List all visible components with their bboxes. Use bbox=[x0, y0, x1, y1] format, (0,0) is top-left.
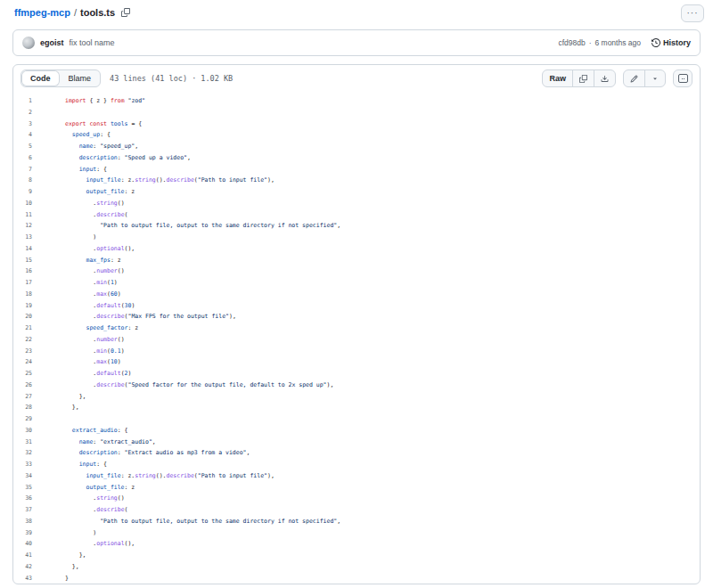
code-line: 25 .default(2) bbox=[13, 368, 700, 380]
code-line: 18 .max(60) bbox=[13, 289, 700, 300]
line-number[interactable]: 9 bbox=[13, 186, 51, 198]
symbols-panel-button[interactable] bbox=[673, 69, 693, 87]
code-line-content bbox=[51, 413, 65, 425]
line-number[interactable]: 20 bbox=[13, 311, 51, 323]
breadcrumb-repo-link[interactable]: ffmpeg-mcp bbox=[14, 7, 70, 18]
code-line: 36 .string() bbox=[13, 493, 700, 504]
line-number[interactable]: 33 bbox=[13, 459, 51, 470]
line-number[interactable]: 27 bbox=[13, 391, 51, 403]
file-toolbar: Code Blame 43 lines (41 loc) · 1.02 KB R… bbox=[13, 65, 700, 92]
line-number[interactable]: 28 bbox=[13, 402, 51, 413]
code-line-content: input_file: z.string().describe("Path to… bbox=[51, 175, 275, 186]
code-line-content: }, bbox=[51, 402, 79, 413]
line-number[interactable]: 38 bbox=[13, 516, 51, 527]
line-number[interactable]: 17 bbox=[13, 277, 51, 289]
code-line-content: .describe("Speed factor for the output f… bbox=[51, 380, 333, 391]
code-line-content: .describe( bbox=[51, 504, 127, 516]
code-line: 22 .number() bbox=[13, 334, 700, 346]
line-number[interactable]: 39 bbox=[13, 527, 51, 539]
code-line-content: .min(1) bbox=[51, 277, 118, 289]
code-line: 17 .min(1) bbox=[13, 277, 700, 289]
line-number[interactable]: 41 bbox=[13, 550, 51, 561]
line-number[interactable]: 32 bbox=[13, 447, 51, 459]
code-line-content: }, bbox=[51, 550, 86, 561]
code-line: 30 extract_audio: { bbox=[13, 425, 700, 437]
code-line: 15 max_fps: z bbox=[13, 255, 700, 266]
code-line: 40 .optional(), bbox=[13, 538, 700, 550]
commit-author-link[interactable]: egoist bbox=[40, 38, 64, 47]
line-number[interactable]: 14 bbox=[13, 243, 51, 255]
code-line-content: } bbox=[51, 573, 69, 584]
commit-message-link[interactable]: fix tool name bbox=[70, 38, 115, 47]
commit-meta: cfd98db · 6 months ago History bbox=[558, 38, 691, 47]
edit-dropdown-button[interactable] bbox=[645, 70, 665, 86]
copy-icon bbox=[579, 75, 587, 83]
line-number[interactable]: 12 bbox=[13, 220, 51, 232]
raw-button[interactable]: Raw bbox=[543, 70, 573, 86]
download-button[interactable] bbox=[594, 70, 615, 86]
history-link[interactable]: History bbox=[652, 38, 691, 47]
line-number[interactable]: 23 bbox=[13, 346, 51, 357]
line-number[interactable]: 29 bbox=[13, 413, 51, 425]
line-number[interactable]: 21 bbox=[13, 323, 51, 334]
line-number[interactable]: 13 bbox=[13, 232, 51, 243]
code-line: 13 ) bbox=[13, 232, 700, 243]
line-number[interactable]: 11 bbox=[13, 209, 51, 221]
line-number[interactable]: 24 bbox=[13, 356, 51, 368]
line-number[interactable]: 18 bbox=[13, 289, 51, 300]
line-number[interactable]: 8 bbox=[13, 175, 51, 186]
more-options-button[interactable]: ··· bbox=[681, 4, 704, 22]
avatar[interactable] bbox=[22, 37, 35, 49]
code-line-content: .min(0.1) bbox=[51, 346, 125, 357]
line-number[interactable]: 34 bbox=[13, 470, 51, 482]
line-number[interactable]: 3 bbox=[13, 118, 51, 130]
code-line: 6 description: "Speed up a video", bbox=[13, 152, 700, 164]
code-line-content: input: { bbox=[51, 164, 107, 176]
toolbar-actions: Raw bbox=[542, 69, 693, 87]
copy-file-button[interactable] bbox=[573, 70, 594, 86]
line-number[interactable]: 10 bbox=[13, 198, 51, 209]
line-number[interactable]: 4 bbox=[13, 129, 51, 141]
tab-blame[interactable]: Blame bbox=[60, 70, 101, 86]
line-number[interactable]: 36 bbox=[13, 493, 51, 504]
line-number[interactable]: 26 bbox=[13, 380, 51, 391]
line-number[interactable]: 40 bbox=[13, 538, 51, 550]
code-line-content: .optional(), bbox=[51, 538, 135, 550]
line-number[interactable]: 35 bbox=[13, 482, 51, 494]
line-number[interactable]: 16 bbox=[13, 265, 51, 277]
breadcrumb-separator: / bbox=[74, 7, 77, 18]
code-line: 38 "Path to output file, output to the s… bbox=[13, 516, 700, 527]
line-number[interactable]: 5 bbox=[13, 141, 51, 152]
code-line-content: }, bbox=[51, 391, 86, 403]
commit-sha-link[interactable]: cfd98db bbox=[558, 38, 585, 47]
line-number[interactable]: 42 bbox=[13, 561, 51, 573]
code-line: 33 input: { bbox=[13, 459, 700, 470]
copy-path-icon[interactable] bbox=[121, 8, 130, 17]
line-number[interactable]: 43 bbox=[13, 573, 51, 584]
line-number[interactable]: 31 bbox=[13, 437, 51, 448]
code-line: 39 ) bbox=[13, 527, 700, 539]
code-line: 16 .number() bbox=[13, 265, 700, 277]
line-number[interactable]: 37 bbox=[13, 504, 51, 516]
code-line: 5 name: "speed_up", bbox=[13, 141, 700, 152]
line-number[interactable]: 1 bbox=[13, 95, 51, 107]
download-icon bbox=[601, 75, 609, 83]
line-number[interactable]: 30 bbox=[13, 425, 51, 437]
edit-button[interactable] bbox=[624, 70, 645, 86]
line-number[interactable]: 6 bbox=[13, 152, 51, 164]
tab-code[interactable]: Code bbox=[21, 70, 60, 86]
code-line: 42 }, bbox=[13, 561, 700, 573]
code-line-content: .number() bbox=[51, 334, 125, 346]
line-number[interactable]: 25 bbox=[13, 368, 51, 380]
code-line: 24 .max(10) bbox=[13, 356, 700, 368]
line-number[interactable]: 15 bbox=[13, 255, 51, 266]
code-line-content: .default(30) bbox=[51, 300, 135, 312]
line-number[interactable]: 7 bbox=[13, 164, 51, 176]
code-line: 12 "Path to output file, output to the s… bbox=[13, 220, 700, 232]
line-number[interactable]: 2 bbox=[13, 107, 51, 118]
code-line: 34 input_file: z.string().describe("Path… bbox=[13, 470, 700, 482]
line-number[interactable]: 19 bbox=[13, 300, 51, 312]
commit-time: 6 months ago bbox=[594, 38, 641, 47]
line-number[interactable]: 22 bbox=[13, 334, 51, 346]
code-line: 32 description: "Extract audio as mp3 fr… bbox=[13, 447, 700, 459]
